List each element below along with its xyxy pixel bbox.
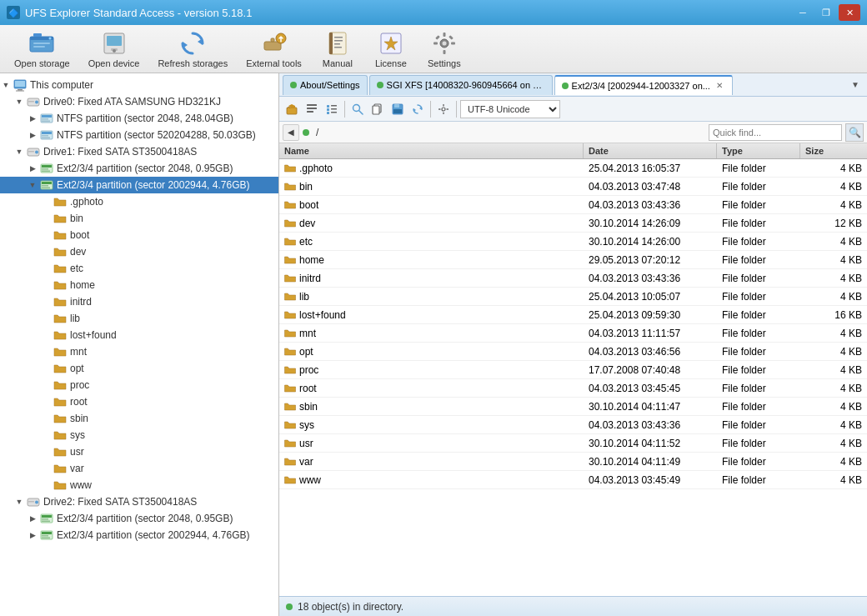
copy-button[interactable] bbox=[368, 100, 387, 118]
close-button[interactable]: ✕ bbox=[839, 4, 860, 21]
file-row[interactable]: proc17.07.2008 07:40:48File folder4 KB bbox=[279, 361, 867, 379]
manual-button[interactable]: Manual bbox=[313, 26, 363, 73]
file-row[interactable]: initrd04.03.2013 03:43:36File folder4 KB bbox=[279, 269, 867, 288]
file-row[interactable]: root04.03.2013 03:45:45File folder4 KB bbox=[279, 379, 867, 398]
open-device-button[interactable]: Open device bbox=[81, 26, 148, 73]
tree-item-mnt[interactable]: mnt bbox=[0, 343, 278, 360]
tree-item-ext2-d2-1[interactable]: ▶Ext2/3/4 partition (sector 2048, 0.95GB… bbox=[0, 510, 278, 527]
file-row[interactable]: sbin30.10.2014 04:11:47File folder4 KB bbox=[279, 398, 867, 416]
file-date-cell: 04.03.2013 03:43:36 bbox=[584, 418, 717, 432]
tree-expander[interactable]: ▶ bbox=[27, 113, 38, 124]
tab-ext2[interactable]: Ext2/3/4 [2002944-12003327 on...✕ bbox=[554, 75, 733, 95]
svg-marker-85 bbox=[413, 108, 416, 112]
tree-item-boot[interactable]: boot bbox=[0, 227, 278, 243]
file-list-header-size[interactable]: Size bbox=[800, 143, 867, 158]
tree-item-proc[interactable]: proc bbox=[0, 377, 278, 393]
file-row[interactable]: sys04.03.2013 03:43:36File folder4 KB bbox=[279, 416, 867, 434]
restore-button[interactable]: ❐ bbox=[815, 4, 837, 21]
tree-expander[interactable]: ▶ bbox=[27, 129, 38, 141]
tree-item-opt[interactable]: opt bbox=[0, 360, 278, 377]
folder-icon bbox=[284, 456, 296, 468]
tree-item-lib[interactable]: lib bbox=[0, 310, 278, 327]
tree-item-usr[interactable]: usr bbox=[0, 443, 278, 460]
file-row[interactable]: boot04.03.2013 03:43:36File folder4 KB bbox=[279, 196, 867, 214]
svg-rect-31 bbox=[15, 81, 25, 87]
license-button[interactable]: License bbox=[366, 26, 416, 73]
file-row[interactable]: opt04.03.2013 03:46:56File folder4 KB bbox=[279, 343, 867, 361]
back-button[interactable]: ◀ bbox=[283, 124, 299, 141]
tree-item-sys[interactable]: sys bbox=[0, 427, 278, 443]
file-size-cell: 4 KB bbox=[800, 272, 867, 285]
tree-item-gphoto[interactable]: .gphoto bbox=[0, 193, 278, 210]
folder-up-button[interactable] bbox=[283, 100, 301, 118]
main-toolbar: Open storage Open device Refresh storage… bbox=[0, 25, 867, 73]
file-row[interactable]: lost+found25.04.2013 09:59:30File folder… bbox=[279, 306, 867, 324]
tree-item-initrd[interactable]: initrd bbox=[0, 293, 278, 310]
refresh-button[interactable] bbox=[408, 100, 427, 118]
view-list-button[interactable] bbox=[323, 100, 341, 118]
tree-item-ntfs2[interactable]: ▶NTFS partition (sector 520204288, 50.03… bbox=[0, 127, 278, 143]
file-row[interactable]: bin04.03.2013 03:47:48File folder4 KB bbox=[279, 178, 867, 196]
tree-expander[interactable]: ▼ bbox=[27, 179, 38, 191]
quick-find-button[interactable]: 🔍 bbox=[845, 123, 864, 142]
file-list-header-date[interactable]: Date bbox=[584, 143, 717, 158]
tree-item-ext1[interactable]: ▶Ext2/3/4 partition (sector 2048, 0.95GB… bbox=[0, 160, 278, 177]
settings-button[interactable]: Settings bbox=[419, 26, 469, 73]
tree-expander[interactable]: ▼ bbox=[13, 496, 25, 508]
file-row[interactable]: home29.05.2013 07:20:12File folder4 KB bbox=[279, 251, 867, 269]
view-details-button[interactable] bbox=[303, 100, 321, 118]
tree-item-sbin[interactable]: sbin bbox=[0, 410, 278, 427]
tabs-dropdown-button[interactable]: ▼ bbox=[847, 77, 864, 93]
tree-item-lost+found[interactable]: lost+found bbox=[0, 327, 278, 343]
file-row[interactable]: mnt04.03.2013 11:11:57File folder4 KB bbox=[279, 324, 867, 343]
svg-rect-33 bbox=[16, 91, 24, 92]
minimize-button[interactable]: ─ bbox=[792, 4, 814, 21]
external-tools-button[interactable]: External tools bbox=[238, 26, 309, 73]
file-row[interactable]: usr30.10.2014 04:11:52File folder4 KB bbox=[279, 434, 867, 453]
tree-item-drive1[interactable]: ▼Drive1: Fixed SATA ST3500418AS bbox=[0, 143, 278, 160]
settings2-button[interactable] bbox=[434, 100, 453, 118]
app-icon: 🔷 bbox=[7, 6, 20, 19]
file-row[interactable]: .gphoto25.04.2013 16:05:37File folder4 K… bbox=[279, 159, 867, 178]
save-button[interactable] bbox=[388, 100, 407, 118]
tree-item-ntfs1[interactable]: ▶NTFS partition (sector 2048, 248.04GB) bbox=[0, 110, 278, 127]
file-date-cell: 25.04.2013 16:05:37 bbox=[584, 162, 717, 175]
file-row[interactable]: lib25.04.2013 10:05:07File folder4 KB bbox=[279, 288, 867, 306]
tree-expander[interactable]: ▼ bbox=[13, 96, 25, 108]
find-button[interactable] bbox=[348, 100, 367, 118]
quick-find-input[interactable] bbox=[709, 124, 842, 141]
refresh-storages-button[interactable]: Refresh storages bbox=[150, 26, 235, 73]
file-list-header-name[interactable]: Name bbox=[279, 143, 584, 158]
tree-expander[interactable]: ▼ bbox=[0, 79, 12, 91]
open-storage-button[interactable]: Open storage bbox=[7, 26, 78, 73]
tree-item-drive0[interactable]: ▼Drive0: Fixed ATA SAMSUNG HD321KJ bbox=[0, 93, 278, 110]
tab-about[interactable]: About/Settings bbox=[283, 75, 368, 95]
tree-item-ext2-selected[interactable]: ▼Ext2/3/4 partition (sector 2002944, 4.7… bbox=[0, 177, 278, 193]
tree-item-ext2-d2-2[interactable]: ▶Ext2/3/4 partition (sector 2002944, 4.7… bbox=[0, 527, 278, 543]
tree-item-home[interactable]: home bbox=[0, 277, 278, 293]
tree-item-drive2[interactable]: ▼Drive2: Fixed SATA ST3500418AS bbox=[0, 493, 278, 510]
tree-item-this-computer[interactable]: ▼This computer bbox=[0, 77, 278, 93]
tab-close-button[interactable]: ✕ bbox=[714, 80, 725, 92]
tree-expander[interactable]: ▶ bbox=[27, 163, 38, 174]
tree-expander[interactable]: ▼ bbox=[13, 146, 25, 158]
tree-item-bin[interactable]: bin bbox=[0, 210, 278, 227]
file-row[interactable]: dev30.10.2014 14:26:09File folder12 KB bbox=[279, 214, 867, 233]
tab-sgi[interactable]: SGI XFS [14008320-960945664 on Dr... bbox=[369, 75, 553, 95]
file-row[interactable]: www04.03.2013 03:45:49File folder4 KB bbox=[279, 471, 867, 489]
status-text: 18 object(s) in directory. bbox=[298, 601, 403, 613]
tree-item-root[interactable]: root bbox=[0, 393, 278, 410]
tree-item-var[interactable]: var bbox=[0, 460, 278, 477]
file-date-cell: 04.03.2013 11:11:57 bbox=[584, 327, 717, 340]
tree-expander[interactable]: ▶ bbox=[27, 513, 38, 524]
tree-item-www[interactable]: www bbox=[0, 477, 278, 493]
tree-item-etc[interactable]: etc bbox=[0, 260, 278, 277]
file-size-cell: 4 KB bbox=[800, 400, 867, 413]
file-list-header-type[interactable]: Type bbox=[717, 143, 800, 158]
file-row[interactable]: etc30.10.2014 14:26:00File folder4 KB bbox=[279, 233, 867, 251]
tree-item-dev[interactable]: dev bbox=[0, 243, 278, 260]
file-row[interactable]: var30.10.2014 04:11:49File folder4 KB bbox=[279, 453, 867, 471]
encoding-select[interactable]: UTF-8 UnicodeASCIIUTF-16 LEUTF-16 BEISO-… bbox=[460, 100, 560, 118]
file-name: home bbox=[299, 254, 324, 266]
tree-expander[interactable]: ▶ bbox=[27, 529, 38, 541]
